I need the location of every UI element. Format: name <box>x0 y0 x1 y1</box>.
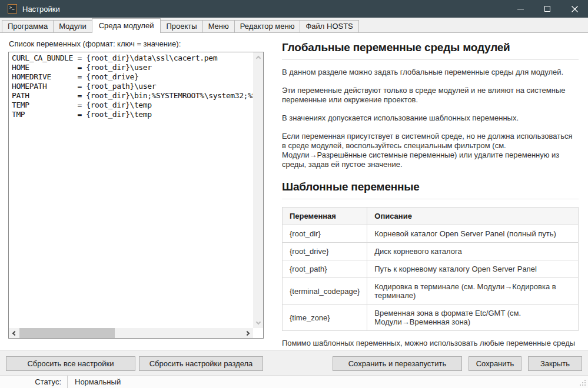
table-row: {root_dir} Корневой каталог Open Server … <box>283 225 579 243</box>
help-paragraph: В значениях допускается использование ша… <box>282 113 579 123</box>
chevron-right-icon <box>245 330 250 335</box>
description-cell: Корневой каталог Open Server Panel (полн… <box>367 225 579 243</box>
resize-grip[interactable] <box>580 380 586 386</box>
heading-divider <box>282 59 579 60</box>
variable-cell: {time_zone} <box>283 305 367 331</box>
column-header-variable: Переменная <box>283 208 367 225</box>
table-row: {root_drive} Диск корневого каталога <box>283 243 579 260</box>
column-header-description: Описание <box>367 208 579 225</box>
settings-window: >_ Настройки Программа Модули Среда моду… <box>0 0 588 388</box>
status-value: Нормальный <box>68 377 121 386</box>
description-cell: Кодировка в терминале (см. Модули→Кодиро… <box>367 278 579 305</box>
help-paragraph: Если переменная присутствует в системной… <box>282 132 579 169</box>
vertical-scrollbar[interactable] <box>253 52 263 328</box>
maximize-button[interactable] <box>534 0 561 18</box>
table-row: {terminal_codepage} Кодировка в терминал… <box>283 278 579 305</box>
minimize-button[interactable] <box>507 0 534 18</box>
close-button[interactable] <box>561 0 588 18</box>
reset-section-settings-button[interactable]: Сбросить настройки раздела <box>139 356 263 371</box>
chevron-down-icon <box>255 320 260 325</box>
scroll-up-button[interactable] <box>253 52 263 62</box>
horizontal-scrollbar[interactable] <box>9 328 253 338</box>
description-cell: Путь к корневому каталогу Open Server Pa… <box>367 260 579 278</box>
save-and-restart-button[interactable]: Сохранить и перезапустить <box>333 356 462 371</box>
template-variables-table: Переменная Описание {root_dir} Корневой … <box>282 207 579 331</box>
reset-all-settings-button[interactable]: Сбросить все настройки <box>6 356 135 371</box>
section-heading-global-vars: Глобальные переменные среды модулей <box>282 41 579 54</box>
window-controls <box>507 0 588 18</box>
help-paragraph: Эти переменные действуют только в среде … <box>282 86 579 105</box>
horizontal-scrollbar-thumb[interactable] <box>19 328 115 338</box>
variable-cell: {root_dir} <box>283 225 367 243</box>
tab-fail-hosts[interactable]: Файл HOSTS <box>300 20 358 33</box>
tab-moduli[interactable]: Модули <box>53 20 92 33</box>
table-header-row: Переменная Описание <box>283 208 579 225</box>
scroll-right-button[interactable] <box>243 328 253 338</box>
table-row: {root_path} Путь к корневому каталогу Op… <box>283 260 579 278</box>
save-button[interactable]: Сохранить <box>469 356 521 371</box>
tabbar: Программа Модули Среда модулей Проекты М… <box>0 18 588 33</box>
content-area: Список переменных (формат: ключ = значен… <box>0 33 588 350</box>
variable-cell: {root_path} <box>283 260 367 278</box>
tab-programma[interactable]: Программа <box>2 20 54 33</box>
variables-editor[interactable]: CURL_CA_BUNDLE = {root_dir}\data\ssl\cac… <box>8 52 264 339</box>
variable-cell: {root_drive} <box>283 243 367 260</box>
description-cell: Диск корневого каталога <box>367 243 579 260</box>
description-cell: Временная зона в формате Etc/GMT (см. Мо… <box>367 305 579 331</box>
chevron-up-icon <box>255 56 260 61</box>
variable-cell: {terminal_codepage} <box>283 278 367 305</box>
terminal-app-icon: >_ <box>8 4 17 14</box>
statusbar: Статус: Нормальный <box>0 375 588 388</box>
window-title: Настройки <box>22 5 60 14</box>
footer-button-bar: Сбросить все настройки Сбросить настройк… <box>0 350 588 375</box>
tab-menu[interactable]: Меню <box>202 20 235 33</box>
scroll-down-button[interactable] <box>253 318 263 328</box>
titlebar[interactable]: >_ Настройки <box>0 0 588 18</box>
close-icon <box>572 6 578 12</box>
variables-editor-text[interactable]: CURL_CA_BUNDLE = {root_dir}\data\ssl\cac… <box>9 52 253 328</box>
help-paragraph: В данном разделе можно задать глобальные… <box>282 68 579 77</box>
close-settings-button[interactable]: Закрыть <box>528 356 582 371</box>
variables-list-label: Список переменных (формат: ключ = значен… <box>9 39 181 48</box>
status-label: Статус: <box>0 377 61 386</box>
help-pane: Глобальные переменные среды модулей В да… <box>282 36 579 376</box>
tab-sreda-modulei[interactable]: Среда модулей <box>92 18 161 33</box>
maximize-icon <box>544 6 550 12</box>
tab-proekty[interactable]: Проекты <box>160 20 202 33</box>
chevron-left-icon <box>12 330 17 335</box>
minimize-icon <box>517 9 524 9</box>
table-row: {time_zone} Временная зона в формате Etc… <box>283 305 579 331</box>
tab-redaktor-menu[interactable]: Редактор меню <box>234 20 301 33</box>
section-heading-template-vars: Шаблонные переменные <box>282 180 579 193</box>
heading-divider <box>282 199 579 199</box>
scroll-left-button[interactable] <box>9 328 19 338</box>
